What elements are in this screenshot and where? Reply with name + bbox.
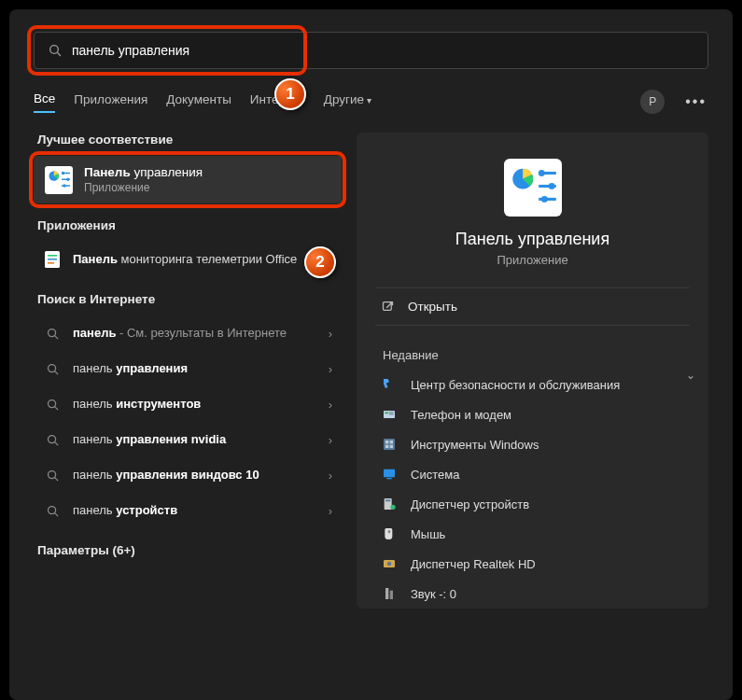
svg-line-25: [54, 512, 58, 516]
best-match-subtitle: Приложение: [84, 181, 203, 194]
web-result-label: панель управления виндовс 10: [73, 467, 317, 483]
recent-item-label: Телефон и модем: [411, 408, 511, 422]
svg-point-7: [66, 177, 69, 180]
annotation-badge-1: 1: [274, 78, 306, 110]
recent-item-icon: [381, 436, 398, 453]
open-icon: [381, 300, 395, 314]
web-result-label: панель управления: [73, 360, 317, 377]
svg-rect-37: [389, 412, 394, 413]
recent-item-label: Система: [411, 468, 459, 482]
svg-rect-53: [390, 591, 393, 599]
app-result[interactable]: Панель мониторинга телеметрии Office ›: [34, 242, 342, 277]
recent-item-label: Звук -: 0: [411, 587, 456, 601]
chevron-right-icon: ›: [329, 504, 332, 518]
svg-point-33: [540, 196, 547, 203]
svg-rect-39: [384, 439, 395, 450]
recent-item[interactable]: Мышь: [375, 519, 690, 549]
web-result-label: панель инструментов: [73, 396, 317, 413]
web-result[interactable]: панель управления nvidia›: [34, 422, 342, 457]
recent-item-icon: [381, 496, 398, 512]
search-icon: [43, 430, 62, 449]
svg-rect-41: [390, 441, 393, 443]
recent-item-icon: [381, 466, 398, 483]
recent-item-icon: [381, 376, 398, 393]
detail-subtitle: Приложение: [375, 253, 690, 267]
svg-rect-38: [389, 413, 394, 414]
recent-item[interactable]: Звук -: 0: [375, 579, 690, 609]
svg-rect-12: [48, 259, 57, 260]
chevron-down-icon: ▾: [367, 95, 371, 105]
tab-more[interactable]: Другие▾: [324, 92, 371, 112]
expand-toggle[interactable]: ⌄: [686, 369, 695, 382]
recent-item[interactable]: Система: [375, 459, 690, 489]
recent-item[interactable]: Диспетчер устройств: [375, 489, 690, 519]
detail-title: Панель управления: [375, 230, 690, 249]
search-icon: [43, 395, 62, 413]
web-result[interactable]: панель управления›: [34, 351, 342, 386]
recent-item[interactable]: Инструменты Windows: [375, 429, 690, 459]
svg-line-23: [54, 477, 58, 481]
web-result[interactable]: панель устройств›: [34, 493, 342, 528]
svg-line-15: [54, 335, 58, 339]
recent-item-label: Диспетчер устройств: [411, 497, 529, 511]
section-apps: Приложения: [37, 218, 342, 232]
recent-item-label: Центр безопасности и обслуживания: [411, 378, 620, 392]
svg-line-21: [54, 441, 58, 445]
recent-item-icon: [381, 406, 398, 423]
recent-item-icon: [381, 555, 398, 572]
svg-point-51: [387, 562, 392, 567]
chevron-right-icon: ›: [329, 469, 332, 483]
tab-documents[interactable]: Документы: [166, 92, 231, 112]
search-icon: [43, 466, 62, 484]
recent-heading: Недавние: [383, 348, 690, 362]
tab-apps[interactable]: Приложения: [74, 92, 147, 112]
user-avatar[interactable]: P: [640, 90, 665, 114]
web-result-label: панель устройств: [73, 502, 317, 519]
section-best-match: Лучшее соответствие: [37, 133, 342, 147]
recent-item[interactable]: Центр безопасности и обслуживания: [375, 370, 690, 399]
svg-rect-36: [385, 412, 388, 413]
web-result[interactable]: панель - См. результаты в Интернете›: [34, 315, 342, 351]
web-result[interactable]: панель управления виндовс 10›: [34, 457, 342, 493]
svg-rect-44: [384, 469, 395, 478]
app-result-label: Панель мониторинга телеметрии Office: [73, 251, 317, 268]
svg-rect-40: [385, 441, 388, 443]
search-icon: [43, 501, 62, 520]
svg-point-31: [548, 183, 554, 189]
open-action[interactable]: Открыть: [375, 287, 690, 326]
more-options-button[interactable]: •••: [683, 93, 708, 110]
svg-rect-42: [385, 445, 388, 448]
best-match-result[interactable]: Панель управления Приложение: [34, 156, 342, 203]
svg-rect-11: [48, 255, 57, 257]
svg-rect-13: [48, 262, 54, 264]
web-result[interactable]: панель инструментов›: [34, 386, 342, 422]
svg-point-9: [63, 184, 65, 187]
recent-item-label: Мышь: [411, 527, 445, 541]
recent-item[interactable]: Диспетчер Realtek HD: [375, 549, 690, 579]
search-icon: [43, 324, 62, 343]
chevron-right-icon: ›: [329, 362, 332, 376]
annotation-badge-2: 2: [304, 246, 336, 278]
svg-point-29: [538, 170, 544, 176]
svg-line-17: [54, 371, 58, 374]
tab-all[interactable]: Все: [34, 91, 55, 113]
svg-point-48: [390, 505, 395, 510]
search-input[interactable]: [72, 43, 694, 58]
search-icon: [43, 359, 62, 378]
svg-rect-52: [385, 588, 388, 599]
section-web-search: Поиск в Интернете: [37, 292, 342, 306]
chevron-right-icon: ›: [329, 327, 332, 341]
svg-point-0: [50, 46, 59, 54]
svg-rect-47: [385, 499, 390, 501]
recent-item[interactable]: Телефон и модем: [375, 399, 690, 429]
search-box[interactable]: [34, 32, 708, 69]
web-result-label: панель - См. результаты в Интернете: [73, 325, 317, 342]
recent-item-icon: [381, 585, 398, 602]
svg-line-1: [57, 52, 61, 56]
svg-rect-34: [384, 302, 392, 311]
best-match-title: Панель управления: [84, 165, 203, 179]
chevron-right-icon: ›: [329, 398, 332, 412]
app-file-icon: [43, 250, 62, 269]
detail-app-icon: [504, 159, 562, 217]
chevron-right-icon: ›: [329, 433, 332, 447]
